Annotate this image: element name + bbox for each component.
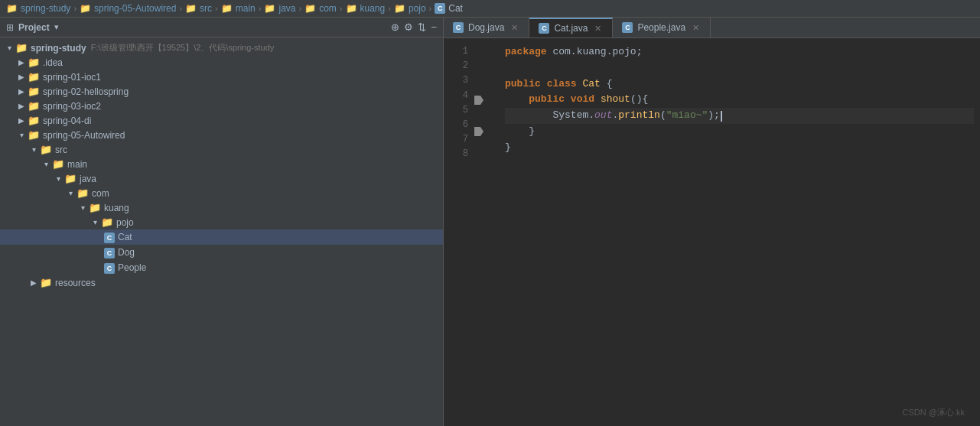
editor-panel: C Dog.java ✕ C Cat.java ✕ C People.java … [444,18,980,426]
idea-folder-icon: 📁 [28,57,40,68]
tree-toggle-spring04[interactable]: ▶ [15,116,28,125]
tree-label-kuang: kuang [104,203,129,213]
project-tree: ▾ 📁 spring-study F:\班级管理\西开【19525】\2、代码\… [0,37,443,426]
line-num-1: 1 [453,44,468,59]
code-line-5: System.out.println("miao~"); [505,108,974,124]
panel-header: ⊞ Project ▾ ⊕ ⚙ ⇅ − [0,18,443,37]
tree-label-pojo: pojo [116,217,134,228]
tree-root-path: F:\班级管理\西开【19525】\2、代码\spring-study [91,42,275,54]
tree-toggle-spring03[interactable]: ▶ [15,102,28,110]
breadcrumb-pojo[interactable]: 📁 pojo [394,3,426,14]
expand-icon[interactable]: ⇅ [418,21,426,33]
line-num-7: 7 [453,132,468,147]
breadcrumb-cat[interactable]: C Cat [435,3,463,14]
breadcrumb-spring-study[interactable]: 📁 spring-study [6,3,70,14]
gutter [474,38,493,426]
collapse-icon[interactable]: − [431,21,437,33]
tree-label-spring03: spring-03-ioc2 [43,101,101,112]
folder-icon: 📁 [394,3,405,14]
tree-item-idea[interactable]: ▶ 📁 .idea [0,55,443,70]
tree-toggle-spring05[interactable]: ▾ [15,131,28,139]
people-tab-class-icon: C [622,22,633,33]
tree-item-main[interactable]: ▾ 📁 main [0,157,443,171]
tree-item-cat[interactable]: C Cat [0,229,443,245]
code-area[interactable]: package com.kuang.pojo; public class Cat… [493,38,980,426]
tree-toggle-root[interactable]: ▾ [3,44,15,52]
tree-item-spring05[interactable]: ▾ 📁 spring-05-Autowired [0,128,443,142]
spring04-folder-icon: 📁 [28,115,40,126]
tree-label-spring04: spring-04-di [43,115,91,126]
kuang-folder-icon: 📁 [89,202,101,213]
pkg-name: com.kuang.pojo [552,44,636,60]
code-editor[interactable]: 1 2 3 4 5 6 7 8 [444,38,980,426]
tab-dog-java[interactable]: C Dog.java ✕ [444,18,529,37]
gutter-1 [474,44,493,60]
cat-tab-label: Cat.java [554,23,588,34]
gutter-7 [474,140,493,156]
tree-label-idea: .idea [43,57,63,68]
code-line-6: } [505,124,974,140]
kw-class: class [547,76,577,93]
locate-icon[interactable]: ⊕ [391,21,399,33]
gutter-4 [474,92,493,108]
pojo-folder-icon: 📁 [101,216,113,228]
tree-item-pojo[interactable]: ▾ 📁 pojo [0,215,443,229]
svg-marker-1 [474,127,483,136]
tree-toggle-resources[interactable]: ▶ [28,278,40,287]
people-tab-close[interactable]: ✕ [690,22,701,33]
out-field: out [594,108,612,124]
line-numbers: 1 2 3 4 5 6 7 8 [444,38,474,426]
breadcrumb-spring-05-autowired[interactable]: 📁 spring-05-Autowired [80,3,176,14]
tree-item-people[interactable]: C People [0,260,443,275]
spring05-folder-icon: 📁 [28,129,40,141]
com-folder-icon: 📁 [77,187,89,199]
tree-item-com[interactable]: ▾ 📁 com [0,186,443,200]
settings-icon[interactable]: ⚙ [404,21,413,33]
class-name-cat: Cat [582,76,600,93]
tree-toggle-com[interactable]: ▾ [64,189,77,197]
breadcrumb-src[interactable]: 📁 src [185,3,212,14]
spring01-folder-icon: 📁 [28,71,40,83]
line-num-3: 3 [453,73,468,88]
panel-dropdown-icon[interactable]: ▾ [54,22,59,32]
tab-people-java[interactable]: C People.java ✕ [613,18,711,37]
tab-cat-java[interactable]: C Cat.java ✕ [529,18,613,37]
tree-toggle-src[interactable]: ▾ [28,145,40,154]
breadcrumb-kuang[interactable]: 📁 kuang [346,3,386,14]
tree-label-com: com [92,188,109,199]
tree-item-spring04[interactable]: ▶ 📁 spring-04-di [0,113,443,128]
tree-toggle-kuang[interactable]: ▾ [77,203,89,212]
tree-toggle-idea[interactable]: ▶ [15,58,28,67]
tree-root[interactable]: ▾ 📁 spring-study F:\班级管理\西开【19525】\2、代码\… [0,41,443,55]
tree-item-dog[interactable]: C Dog [0,245,443,260]
kw-void: void [571,92,594,108]
dog-tab-label: Dog.java [468,22,504,33]
method-println: println [618,108,660,124]
tree-toggle-java[interactable]: ▾ [52,174,64,183]
breadcrumb-com[interactable]: 📁 com [304,3,337,14]
spring03-folder-icon: 📁 [28,100,40,112]
tree-item-spring02[interactable]: ▶ 📁 spring-02-hellospring [0,84,443,99]
tree-item-spring03[interactable]: ▶ 📁 spring-03-ioc2 [0,99,443,113]
folder-icon: 📁 [80,3,91,14]
tree-item-java[interactable]: ▾ 📁 java [0,171,443,186]
breadcrumb-main[interactable]: 📁 main [221,3,256,14]
tree-label-dog: Dog [118,247,135,258]
tree-item-src[interactable]: ▾ 📁 src [0,142,443,157]
cat-tab-close[interactable]: ✕ [592,23,603,34]
tree-item-resources[interactable]: ▶ 📁 resources [0,275,443,290]
folder-icon: 📁 [264,3,275,14]
tree-label-spring05: spring-05-Autowired [43,130,125,141]
kw-package: package [505,44,547,60]
tree-toggle-spring02[interactable]: ▶ [15,87,28,96]
tree-item-kuang[interactable]: ▾ 📁 kuang [0,200,443,215]
kw-public2: public [529,92,565,108]
tree-toggle-spring01[interactable]: ▶ [15,73,28,81]
tree-label-cat: Cat [118,232,132,242]
tree-toggle-main[interactable]: ▾ [40,160,52,168]
tree-toggle-pojo[interactable]: ▾ [89,218,101,226]
breadcrumb-java[interactable]: 📁 java [264,3,295,14]
code-line-1: package com.kuang.pojo; [505,44,974,60]
dog-tab-close[interactable]: ✕ [509,22,519,33]
tree-item-spring01[interactable]: ▶ 📁 spring-01-ioc1 [0,70,443,84]
